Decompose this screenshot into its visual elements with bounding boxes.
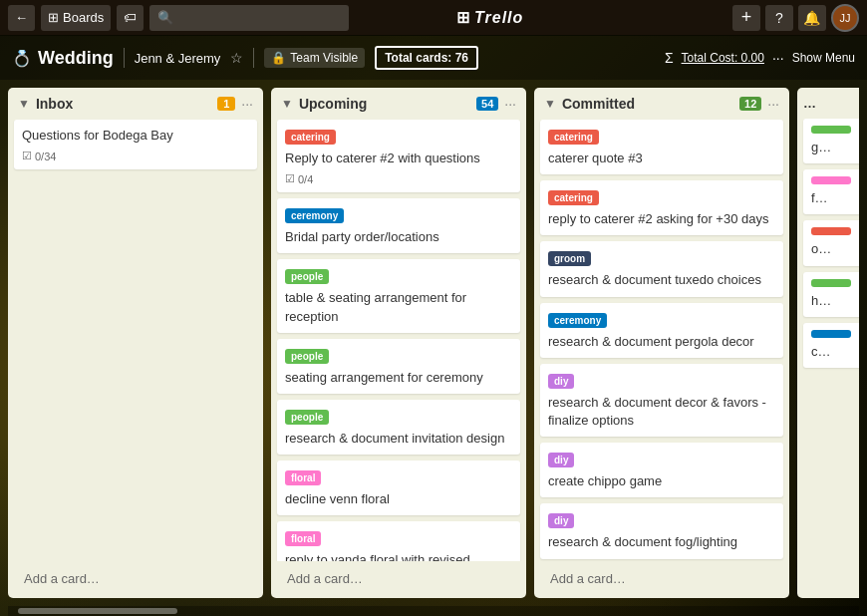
list-menu-button[interactable]: ··· [767,96,779,112]
info-button[interactable]: ? [765,5,793,31]
card[interactable]: g… [803,119,859,163]
notification-button[interactable]: 🔔 [798,5,826,31]
card-label: people [285,269,329,284]
card-title: Bridal party order/locations [285,228,512,246]
board-title: Wedding [38,48,114,69]
sigma-icon: Σ [665,50,674,66]
visibility-button[interactable]: 🔒 Team Visible [264,48,365,68]
card-label: DIY [548,453,574,467]
list-partial: …g…f…o…h…c… [797,88,859,598]
list-header-upcoming: ▼Upcoming54··· [271,88,526,120]
list-count-badge: 54 [476,97,498,111]
show-menu-button[interactable]: Show Menu [792,51,855,65]
card-label: groom [548,251,591,266]
card[interactable]: groomresearch & document tuxedo choices [540,241,783,296]
back-icon: ← [15,10,28,25]
card[interactable]: h… [803,272,859,317]
list-inbox: ▼Inbox1···Questions for Bodega Bay☑0/34A… [8,88,263,598]
add-card-button[interactable]: Add a card… [14,565,257,592]
card[interactable]: DIYresearch & document decor & favors - … [540,364,783,437]
board-title-container: 💍 Wedding [12,48,114,69]
header-separator-2 [253,48,254,68]
nav-right-actions: + ? 🔔 JJ [732,4,859,32]
total-cards-label: Total cards: 76 [385,51,468,65]
board-header: 💍 Wedding Jenn & Jeremy ☆ 🔒 Team Visible… [0,36,867,80]
list-title: Committed [562,96,733,112]
star-button[interactable]: ☆ [230,50,243,66]
list-header-inbox: ▼Inbox1··· [8,88,263,120]
card-title: caterer quote #3 [548,150,775,167]
card[interactable]: peopleresearch & document invitation des… [277,400,520,455]
card-label: floral [285,470,321,485]
checklist-icon: ☑ [22,150,32,162]
list-committed: ▼Committed12···cateringcaterer quote #3c… [534,88,789,598]
card[interactable]: ceremonyBridal party order/locations [277,198,520,253]
trello-logo-icon: ⊞ [456,8,469,27]
add-button[interactable]: + [732,5,760,31]
card[interactable]: cateringreply to caterer #2 asking for +… [540,180,783,235]
card[interactable]: peopletable & seating arrangement for re… [277,259,520,332]
list-cards: cateringReply to caterer #2 with questio… [271,120,526,561]
card[interactable]: o… [803,220,859,265]
back-button[interactable]: ← [8,5,35,31]
card[interactable]: cateringReply to caterer #2 with questio… [277,120,520,192]
card-title: research & document pergola decor [548,333,775,351]
horizontal-scrollbar[interactable] [8,606,859,616]
card[interactable]: Questions for Bodega Bay☑0/34 [14,120,257,169]
card-meta: ☑0/4 [285,172,512,185]
total-cards-badge: Total cards: 76 [375,46,478,70]
card-label: catering [548,190,599,205]
bookmark-icon: 🏷 [124,10,137,25]
add-icon: + [741,7,752,28]
list-collapse-button[interactable]: ▼ [544,97,556,111]
card-title: seating arrangement for ceremony [285,369,512,387]
card[interactable]: peopleseating arrangement for ceremony [277,339,520,394]
card-title: decline venn floral [285,490,512,508]
card-title: research & document tuxedo choices [548,271,775,289]
search-input[interactable] [178,11,341,25]
card[interactable]: floralreply to vanda floral with revised… [277,521,520,561]
list-cards: cateringcaterer quote #3cateringreply to… [534,120,789,561]
card[interactable]: f… [803,169,859,214]
add-card-button[interactable]: Add a card… [277,565,520,592]
list-collapse-button[interactable]: ▼ [281,97,293,111]
bookmark-button[interactable]: 🏷 [117,5,144,31]
lists-container: ▼Inbox1···Questions for Bodega Bay☑0/34A… [8,88,859,606]
card-label: catering [285,130,336,145]
trello-logo-text: Trello [474,9,523,27]
card[interactable]: c… [803,323,859,368]
list-collapse-button[interactable]: ▼ [18,97,30,111]
add-card-button[interactable]: Add a card… [540,565,783,592]
card-title: table & seating arrangement for receptio… [285,289,512,325]
card-meta: ☑0/34 [22,150,249,162]
scrollbar-thumb[interactable] [18,608,177,614]
board-member[interactable]: Jenn & Jeremy [135,51,221,66]
list-header-committed: ▼Committed12··· [534,88,789,120]
card[interactable]: floraldecline venn floral [277,461,520,515]
card-title: research & document fog/lighting [548,533,775,551]
card-title: reply to vanda floral with revised... [285,551,512,561]
card-title: reply to caterer #2 asking for +30 days [548,210,775,228]
bell-icon: 🔔 [803,10,820,26]
total-cost-link[interactable]: Total Cost: 0.00 [682,51,764,65]
list-upcoming: ▼Upcoming54···cateringReply to caterer #… [271,88,526,598]
card[interactable]: DIYcreate chippo game [540,443,783,497]
avatar[interactable]: JJ [831,4,859,32]
list-menu-button[interactable]: ··· [241,96,253,112]
board-area: ▼Inbox1···Questions for Bodega Bay☑0/34A… [0,80,867,616]
card[interactable]: DIYresearch & document fog/lighting [540,503,783,558]
search-icon: 🔍 [157,10,173,25]
board-menu-ellipsis[interactable]: ··· [772,50,784,66]
lock-icon: 🔒 [271,51,286,65]
list-menu-button[interactable]: ··· [504,96,516,112]
checklist-count: 0/4 [298,173,313,185]
card[interactable]: ceremonyresearch & document pergola deco… [540,303,783,358]
card-label: people [285,349,329,364]
card-label: ceremony [285,208,344,223]
card[interactable]: cateringcaterer quote #3 [540,120,783,174]
header-right: Σ Total Cost: 0.00 ··· Show Menu [665,50,855,66]
boards-button[interactable]: ⊞ Boards [41,5,111,31]
top-navigation: ← ⊞ Boards 🏷 🔍 ⊞ Trello + ? 🔔 JJ [0,0,867,36]
wedding-icon: 💍 [12,49,32,68]
search-bar[interactable]: 🔍 [149,5,349,31]
